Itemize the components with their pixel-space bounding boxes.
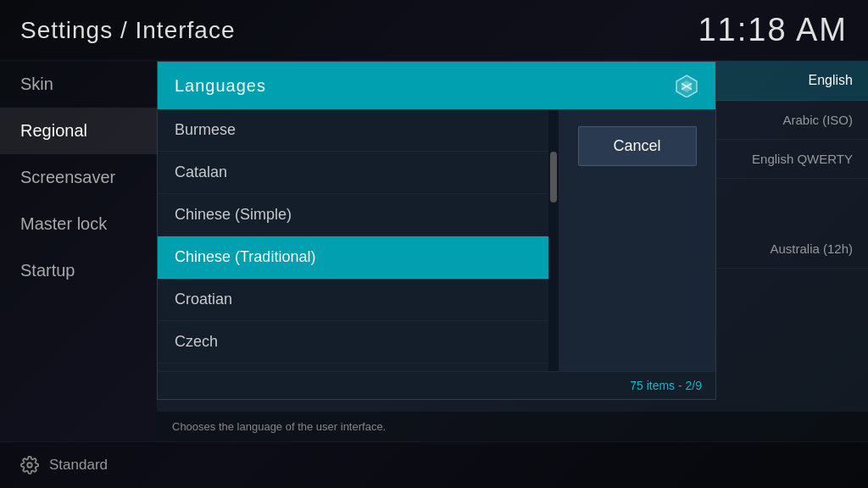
- header: Settings / Interface 11:18 AM: [0, 0, 868, 61]
- items-count-page: - 2/9: [678, 379, 702, 392]
- clock: 11:18 AM: [698, 12, 848, 48]
- status-text: Chooses the language of the user interfa…: [172, 420, 386, 433]
- scrollbar-thumb[interactable]: [550, 152, 557, 202]
- dialog-header: Languages: [158, 62, 715, 109]
- items-count-highlight: 75 items: [630, 379, 675, 392]
- items-count: 75 items - 2/9: [630, 379, 702, 392]
- lang-item-croatian[interactable]: Croatian: [158, 279, 548, 321]
- language-list[interactable]: Burmese Catalan Chinese (Simple) Chinese…: [158, 109, 548, 371]
- lang-item-chinese-traditional[interactable]: Chinese (Traditional): [158, 236, 548, 279]
- items-count-row: 75 items - 2/9: [158, 371, 715, 399]
- sidebar: Skin Regional Screensaver Master lock St…: [0, 61, 157, 441]
- svg-point-0: [27, 463, 32, 468]
- cancel-button[interactable]: Cancel: [578, 126, 697, 166]
- lang-item-chinese-simple[interactable]: Chinese (Simple): [158, 194, 548, 236]
- lang-item-burmese[interactable]: Burmese: [158, 109, 548, 152]
- lang-item-danish[interactable]: Danish: [158, 363, 548, 371]
- sidebar-item-regional[interactable]: Regional: [0, 108, 157, 154]
- lang-item-catalan[interactable]: Catalan: [158, 152, 548, 194]
- page-title: Settings / Interface: [20, 17, 235, 44]
- dialog-title: Languages: [175, 76, 266, 96]
- sidebar-item-screensaver[interactable]: Screensaver: [0, 154, 157, 201]
- sidebar-item-master-lock[interactable]: Master lock: [0, 201, 157, 247]
- scrollbar[interactable]: [548, 109, 559, 371]
- sidebar-item-startup[interactable]: Startup: [0, 247, 157, 294]
- dialog-overlay: Languages Burmese Catalan Chinese (Simpl…: [157, 61, 868, 412]
- languages-dialog: Languages Burmese Catalan Chinese (Simpl…: [157, 61, 716, 400]
- gear-icon: [20, 456, 39, 474]
- dialog-side: Cancel: [559, 109, 715, 371]
- footer-label: Standard: [49, 457, 108, 474]
- lang-item-czech[interactable]: Czech: [158, 321, 548, 363]
- status-bar: Chooses the language of the user interfa…: [157, 412, 868, 441]
- footer: Standard: [0, 441, 868, 488]
- kodi-logo-icon: [675, 74, 698, 97]
- dialog-body: Burmese Catalan Chinese (Simple) Chinese…: [158, 109, 715, 371]
- sidebar-item-skin[interactable]: Skin: [0, 61, 157, 108]
